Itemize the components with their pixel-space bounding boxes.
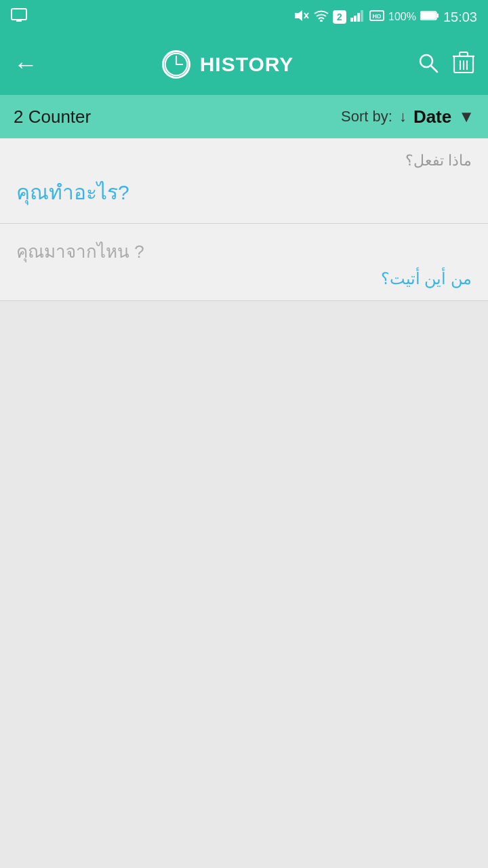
- sort-direction-icon: ↓: [399, 108, 407, 125]
- svg-rect-1: [16, 20, 22, 22]
- screen-icon: [11, 8, 27, 26]
- sort-dropdown-button[interactable]: ▼: [458, 107, 474, 126]
- toolbar-title: HISTORY: [200, 53, 294, 76]
- battery-label: 100%: [388, 11, 416, 23]
- svg-line-20: [431, 66, 437, 72]
- svg-rect-0: [12, 9, 26, 20]
- svg-rect-23: [460, 52, 468, 56]
- sort-bar: 2 Counter Sort by: ↓ Date ▼: [0, 95, 488, 138]
- list-item[interactable]: ماذا تفعل؟ คุณทำอะไร?: [0, 138, 488, 224]
- status-bar: 2 HD 100% 15:03: [0, 0, 488, 34]
- toolbar: ← HISTORY: [0, 34, 488, 95]
- svg-marker-3: [295, 10, 302, 21]
- item-arabic-bottom: من أين أتيت؟: [16, 269, 472, 288]
- svg-rect-15: [436, 14, 439, 18]
- signal-icon: [350, 9, 365, 24]
- search-button[interactable]: [418, 52, 439, 77]
- status-time: 15:03: [443, 9, 477, 25]
- clock-icon: [162, 50, 190, 79]
- svg-rect-9: [357, 13, 360, 22]
- item-arabic-top: ماذا تفعل؟: [16, 152, 472, 170]
- wifi-icon: [314, 9, 329, 24]
- mute-icon: [295, 9, 310, 24]
- svg-point-6: [320, 20, 323, 22]
- item-thai-sub: คุณมาจากไหน ?: [16, 237, 472, 265]
- sort-controls: Sort by: ↓ Date ▼: [341, 106, 474, 127]
- sort-counter: 2 Counter: [14, 106, 341, 127]
- svg-rect-8: [354, 16, 357, 22]
- status-left: [11, 8, 27, 26]
- svg-rect-10: [361, 10, 363, 22]
- svg-rect-2: [18, 20, 20, 20]
- back-button[interactable]: ←: [14, 50, 38, 79]
- list-container: ماذا تفعل؟ คุณทำอะไร? คุณมาจากไหน ? من أ…: [0, 138, 488, 301]
- delete-button[interactable]: [453, 51, 474, 79]
- sort-value: Date: [413, 106, 451, 127]
- notification-badge: 2: [333, 10, 346, 24]
- status-right: 2 HD 100% 15:03: [295, 9, 477, 25]
- svg-text:HD: HD: [373, 13, 382, 20]
- sort-label: Sort by:: [341, 108, 392, 125]
- list-item[interactable]: คุณมาจากไหน ? من أين أتيت؟: [0, 224, 488, 301]
- svg-rect-7: [350, 18, 353, 22]
- toolbar-title-area: HISTORY: [49, 50, 407, 79]
- svg-rect-14: [421, 12, 436, 19]
- battery-icon: [420, 10, 439, 24]
- data-icon: HD: [369, 9, 384, 24]
- item-thai-main: คุณทำอะไร?: [16, 176, 472, 208]
- svg-point-16: [165, 54, 187, 76]
- toolbar-actions: [418, 51, 474, 79]
